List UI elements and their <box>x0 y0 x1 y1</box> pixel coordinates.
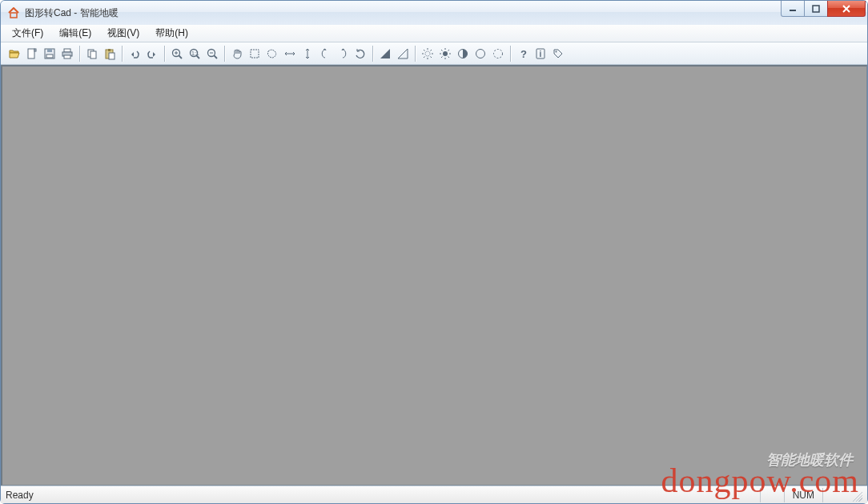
select-free-button[interactable] <box>263 45 281 62</box>
toolbar-separator <box>224 46 225 62</box>
close-icon <box>842 4 851 14</box>
app-icon <box>7 6 20 19</box>
zoom-fit-icon: 1:1 <box>188 47 201 60</box>
svg-rect-1 <box>790 10 796 11</box>
svg-point-33 <box>443 51 448 56</box>
menu-file[interactable]: 文件(F) <box>4 25 51 42</box>
svg-line-32 <box>431 50 432 51</box>
svg-line-40 <box>441 56 443 58</box>
menu-bar: 文件(F) 编辑(E) 视图(V) 帮助(H) <box>1 25 867 42</box>
arrow-right-button[interactable] <box>334 45 352 62</box>
open-icon <box>8 47 21 60</box>
zoom-in-button[interactable] <box>168 45 186 62</box>
circle-dashed-button[interactable] <box>489 45 507 62</box>
svg-line-17 <box>179 55 182 58</box>
svg-rect-8 <box>64 49 70 52</box>
brightness-button[interactable] <box>419 45 436 62</box>
copy-button[interactable] <box>83 45 101 62</box>
svg-rect-3 <box>28 49 34 58</box>
arrow-vertical-icon <box>301 47 314 60</box>
svg-point-48 <box>556 50 557 52</box>
arrow-left-button[interactable] <box>316 45 334 62</box>
resize-grip-icon[interactable] <box>850 489 862 502</box>
shade-light-button[interactable] <box>394 45 412 62</box>
svg-line-41 <box>448 50 450 51</box>
redo-button[interactable] <box>143 45 161 62</box>
svg-rect-23 <box>251 50 259 58</box>
svg-line-22 <box>214 55 217 58</box>
minimize-button[interactable] <box>781 1 805 17</box>
print-icon <box>61 47 74 60</box>
svg-point-24 <box>425 51 430 56</box>
zoom-fit-button[interactable]: 1:1 <box>186 45 203 62</box>
svg-point-43 <box>476 49 485 58</box>
svg-rect-15 <box>109 53 115 59</box>
info-icon: i <box>534 47 547 60</box>
svg-rect-2 <box>813 6 819 12</box>
svg-rect-4 <box>34 49 36 51</box>
contrast-icon <box>456 47 469 60</box>
arrow-horizontal-button[interactable] <box>281 45 299 62</box>
select-window-button[interactable] <box>246 45 263 62</box>
undo-icon <box>128 47 141 60</box>
app-window: 图形转Cad - 智能地暖 文件(F) 编辑(E) 视图(V) 帮助(H) <box>0 0 868 504</box>
menu-help[interactable]: 帮助(H) <box>147 25 196 42</box>
svg-rect-10 <box>64 55 70 58</box>
maximize-button[interactable] <box>804 1 828 17</box>
window-title: 图形转Cad - 智能地暖 <box>25 6 782 20</box>
canvas-area[interactable] <box>1 65 867 486</box>
circle-dashed-icon <box>492 47 504 60</box>
svg-line-39 <box>448 56 450 58</box>
toolbar: 1:1 <box>1 42 867 65</box>
info-button[interactable]: i <box>532 45 549 62</box>
svg-line-30 <box>431 56 432 58</box>
pan-button[interactable] <box>228 45 246 62</box>
toolbar-separator <box>510 46 511 62</box>
copy-icon <box>86 47 98 60</box>
contrast-button[interactable] <box>454 45 472 62</box>
arrow-vertical-button[interactable] <box>299 45 316 62</box>
undo-button[interactable] <box>126 45 143 62</box>
arrow-horizontal-icon <box>283 47 296 60</box>
paste-icon <box>103 47 116 60</box>
status-ins <box>760 488 784 502</box>
tag-button[interactable] <box>549 45 567 62</box>
svg-line-38 <box>441 50 443 51</box>
toolbar-separator <box>122 46 123 62</box>
title-bar: 图形转Cad - 智能地暖 <box>1 1 867 25</box>
status-num: NUM <box>784 488 822 502</box>
svg-rect-0 <box>10 13 17 18</box>
shade-light-icon <box>396 47 409 60</box>
pan-icon <box>231 47 243 60</box>
svg-rect-6 <box>47 49 52 52</box>
close-button[interactable] <box>827 1 866 17</box>
minimize-icon <box>789 5 797 13</box>
save-button[interactable] <box>41 45 58 62</box>
sun-button[interactable] <box>436 45 454 62</box>
status-cells: NUM <box>760 488 862 502</box>
toolbar-separator <box>79 46 80 62</box>
shade-dark-button[interactable] <box>376 45 394 62</box>
circle-icon <box>474 47 487 60</box>
toolbar-separator <box>415 46 416 62</box>
zoom-out-icon <box>206 47 219 60</box>
svg-text:?: ? <box>520 48 527 60</box>
brightness-icon <box>421 47 434 60</box>
window-controls <box>782 1 866 25</box>
status-extra <box>822 488 846 502</box>
svg-rect-12 <box>90 51 96 58</box>
rotate-button[interactable] <box>352 45 369 62</box>
save-icon <box>43 47 56 60</box>
zoom-out-button[interactable] <box>203 45 221 62</box>
new-button[interactable] <box>23 45 41 62</box>
sun-icon <box>439 47 452 60</box>
menu-edit[interactable]: 编辑(E) <box>51 25 99 42</box>
help-button[interactable]: ? <box>514 45 532 62</box>
open-button[interactable] <box>6 45 23 62</box>
svg-rect-7 <box>46 54 53 58</box>
print-button[interactable] <box>58 45 76 62</box>
paste-button[interactable] <box>101 45 119 62</box>
arrow-right-icon <box>336 47 349 60</box>
menu-view[interactable]: 视图(V) <box>99 25 147 42</box>
circle-button[interactable] <box>472 45 489 62</box>
